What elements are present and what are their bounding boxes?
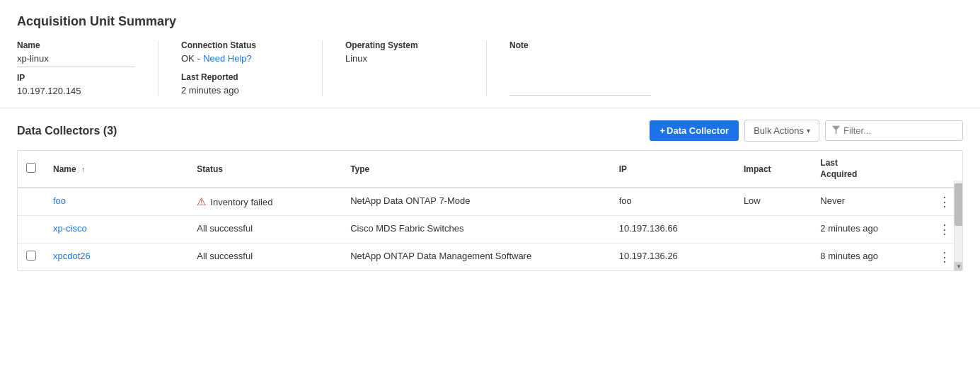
summary-col-connection: Connection Status OK - Need Help? Last R… [181,40,323,96]
row-status: ⚠Inventory failed [188,188,342,216]
table-wrapper: Name ↑ Status Type IP Impa [17,150,963,271]
row-type: NetApp Data ONTAP 7-Mode [342,188,611,216]
th-name-label: Name [53,164,76,174]
row-menu-button[interactable]: ⋮ [935,223,954,236]
row-name[interactable]: xp-cisco [45,216,188,244]
note-label: Note [509,40,963,50]
page-container: Acquisition Unit Summary Name xp-linux I… [0,0,980,383]
th-impact: Impact [735,151,812,188]
scrollbar-down-arrow[interactable]: ▼ [955,262,963,270]
table-row: xpcdot26All successfulNetApp ONTAP Data … [18,244,962,271]
status-text: Inventory failed [210,197,272,207]
th-status: Status [188,151,342,188]
row-name[interactable]: foo [45,188,188,216]
dc-section: Data Collectors (3) + Data Collector Bul… [0,108,980,271]
th-last-acquired-label: LastAcquired [820,158,857,179]
summary-grid: Name xp-linux IP 10.197.120.145 Connecti… [17,40,963,96]
plus-icon: + [659,125,665,136]
row-last-acquired: Never [812,188,927,216]
summary-col-os: Operating System Linux [345,40,487,96]
summary-col-name: Name xp-linux IP 10.197.120.145 [17,40,158,96]
th-impact-label: Impact [744,164,771,174]
add-data-collector-button[interactable]: + Data Collector [650,120,739,141]
row-type: Cisco MDS Fabric Switches [342,216,611,244]
row-menu-button[interactable]: ⋮ [935,251,954,263]
th-select-all[interactable] [18,151,45,188]
summary-title: Acquisition Unit Summary [17,14,963,29]
name-label: Name [17,40,135,50]
need-help-link[interactable]: Need Help? [203,53,252,64]
filter-icon [831,125,841,137]
name-value: xp-linux [17,53,135,67]
row-ip: 10.197.136.26 [611,244,735,271]
table-header-row: Name ↑ Status Type IP Impa [18,151,962,188]
scrollbar-track: ▼ [954,181,962,270]
row-last-acquired: 8 minutes ago [812,244,927,271]
th-status-label: Status [197,164,223,174]
dc-title: Data Collectors (3) [17,125,117,137]
last-reported-label: Last Reported [181,72,299,82]
scrollbar-thumb[interactable] [955,183,963,226]
table-row: xp-ciscoAll successfulCisco MDS Fabric S… [18,216,962,244]
table-row: foo⚠Inventory failedNetApp Data ONTAP 7-… [18,188,962,216]
th-type-label: Type [350,164,369,174]
error-icon: ⚠ [197,195,206,208]
dc-actions: + Data Collector Bulk Actions ▾ [650,120,963,142]
row-ip: foo [611,188,735,216]
row-last-acquired: 2 minutes ago [812,216,927,244]
ip-value: 10.197.120.145 [17,86,135,96]
th-last-acquired: LastAcquired [812,151,927,188]
connection-status-label: Connection Status [181,40,299,50]
row-impact [735,244,812,271]
data-collectors-table: Name ↑ Status Type IP Impa [18,151,962,270]
status-separator: - [197,53,200,64]
bulk-actions-label: Bulk Actions [754,125,804,136]
sort-icon: ↑ [81,166,85,173]
os-label: Operating System [345,40,463,50]
row-ip: 10.197.136.66 [611,216,735,244]
row-impact [735,216,812,244]
row-checkbox-cell [18,244,45,271]
row-checkbox-cell [18,188,45,216]
row-status: All successful [188,244,342,271]
row-status: All successful [188,216,342,244]
os-value: Linux [345,53,463,64]
last-reported-value: 2 minutes ago [181,85,299,96]
chevron-down-icon: ▾ [807,127,810,135]
row-impact: Low [735,188,812,216]
row-type: NetApp ONTAP Data Management Software [342,244,611,271]
add-dc-label: Data Collector [667,125,729,136]
bulk-actions-button[interactable]: Bulk Actions ▾ [744,120,819,142]
row-checkbox[interactable] [26,251,36,261]
summary-section: Acquisition Unit Summary Name xp-linux I… [0,0,980,108]
status-ok-text: OK [181,53,195,64]
table-body: foo⚠Inventory failedNetApp Data ONTAP 7-… [18,188,962,270]
row-menu-button[interactable]: ⋮ [935,195,954,208]
ip-label: IP [17,73,135,83]
summary-col-note: Note [509,40,963,96]
filter-wrapper [825,120,963,141]
filter-input[interactable] [843,121,957,140]
th-ip-label: IP [619,164,627,174]
dc-header: Data Collectors (3) + Data Collector Bul… [17,120,963,142]
note-textarea[interactable] [509,53,651,96]
connection-status-value: OK - Need Help? [181,53,299,64]
row-name[interactable]: xpcdot26 [45,244,188,271]
th-ip: IP [611,151,735,188]
th-name[interactable]: Name ↑ [45,151,188,188]
svg-marker-0 [832,125,840,133]
row-checkbox-cell [18,216,45,244]
th-type: Type [342,151,611,188]
select-all-checkbox[interactable] [26,163,36,173]
